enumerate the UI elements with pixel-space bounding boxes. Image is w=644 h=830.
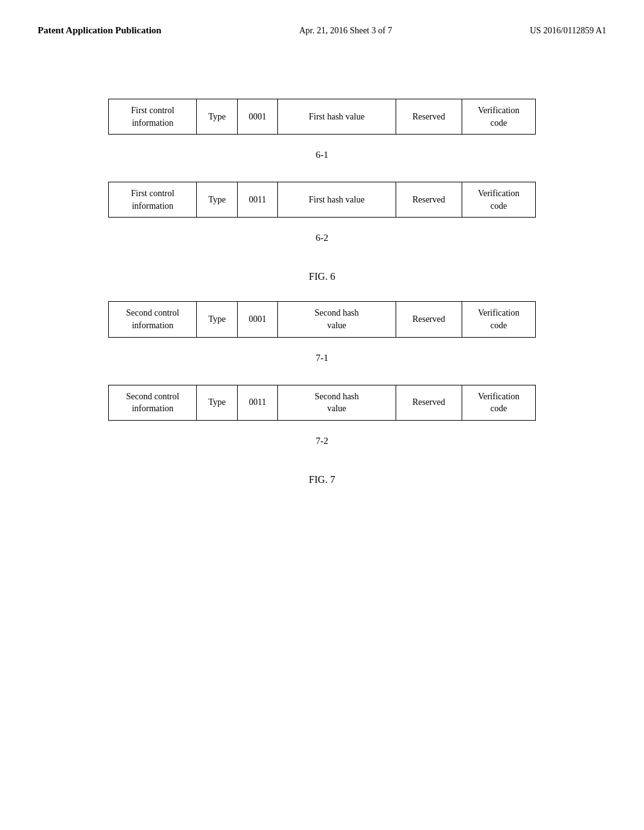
fig-7-label: FIG. 7: [309, 474, 335, 485]
cell-hash-7-2: Second hashvalue: [278, 385, 396, 420]
cell-verification-6-2: Verificationcode: [462, 182, 535, 218]
label-6-1: 6-1: [316, 150, 328, 160]
diagram-6-1: First controlinformation Type 0001 First…: [38, 99, 606, 163]
cell-verification-6-1: Verificationcode: [462, 99, 535, 135]
diagram-7-2: Second controlinformation Type 0011 Seco…: [38, 385, 606, 449]
table-6-2: First controlinformation Type 0011 First…: [108, 182, 536, 218]
table-6-1-container: First controlinformation Type 0001 First…: [108, 99, 536, 135]
cell-code-6-1: 0001: [237, 99, 277, 135]
cell-code-6-2: 0011: [237, 182, 277, 218]
cell-second-control-info-7-2: Second controlinformation: [109, 385, 197, 420]
diagram-7-1: Second controlinformation Type 0001 Seco…: [38, 301, 606, 365]
cell-hash-7-1: Second hashvalue: [278, 302, 396, 337]
cell-reserved-6-1: Reserved: [396, 99, 462, 135]
page-header: Patent Application Publication Apr. 21, …: [38, 25, 606, 36]
cell-type-6-2: Type: [197, 182, 237, 218]
cell-reserved-6-2: Reserved: [396, 182, 462, 218]
diagram-6-2: First controlinformation Type 0011 First…: [38, 182, 606, 246]
cell-reserved-7-2: Reserved: [396, 385, 462, 420]
cell-type-7-2: Type: [197, 385, 237, 420]
label-6-2: 6-2: [316, 233, 328, 243]
cell-hash-6-1: First hash value: [278, 99, 396, 135]
header-date-sheet: Apr. 21, 2016 Sheet 3 of 7: [299, 26, 392, 36]
table-row: Second controlinformation Type 0001 Seco…: [109, 302, 536, 337]
table-row: First controlinformation Type 0001 First…: [109, 99, 536, 135]
page: Patent Application Publication Apr. 21, …: [0, 0, 644, 830]
content-area: First controlinformation Type 0001 First…: [38, 74, 606, 504]
table-7-1: Second controlinformation Type 0001 Seco…: [108, 301, 536, 337]
table-7-1-container: Second controlinformation Type 0001 Seco…: [108, 301, 536, 337]
cell-reserved-7-1: Reserved: [396, 302, 462, 337]
cell-code-7-2: 0011: [237, 385, 277, 420]
cell-first-control-info-6-1: First controlinformation: [109, 99, 197, 135]
cell-second-control-info-7-1: Second controlinformation: [109, 302, 197, 337]
cell-type-7-1: Type: [197, 302, 237, 337]
label-7-1: 7-1: [316, 353, 328, 363]
cell-first-control-info-6-2: First controlinformation: [109, 182, 197, 218]
table-6-2-container: First controlinformation Type 0011 First…: [108, 182, 536, 218]
table-7-2: Second controlinformation Type 0011 Seco…: [108, 385, 536, 421]
table-row: First controlinformation Type 0011 First…: [109, 182, 536, 218]
label-7-2: 7-2: [316, 436, 328, 446]
header-publication: Patent Application Publication: [38, 25, 162, 36]
cell-type-6-1: Type: [197, 99, 237, 135]
cell-code-7-1: 0001: [237, 302, 277, 337]
table-7-2-container: Second controlinformation Type 0011 Seco…: [108, 385, 536, 421]
fig-6-label: FIG. 6: [309, 271, 335, 282]
cell-verification-7-1: Verificationcode: [462, 302, 535, 337]
table-row: Second controlinformation Type 0011 Seco…: [109, 385, 536, 420]
table-6-1: First controlinformation Type 0001 First…: [108, 99, 536, 135]
header-patent-number: US 2016/0112859 A1: [530, 26, 606, 36]
cell-verification-7-2: Verificationcode: [462, 385, 535, 420]
cell-hash-6-2: First hash value: [278, 182, 396, 218]
